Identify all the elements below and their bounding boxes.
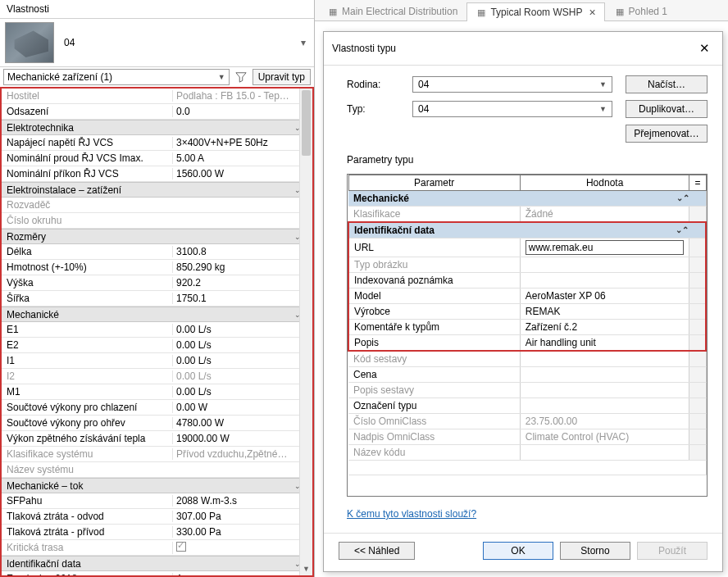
property-value[interactable]: 920.2 (172, 277, 312, 288)
param-value[interactable]: Žádné (520, 207, 689, 223)
param-value[interactable] (520, 273, 689, 288)
property-value[interactable]: Ano (172, 573, 312, 575)
property-row[interactable]: Součtové výkony pro ohřev4780.00 W (2, 416, 312, 431)
property-value[interactable]: Podlaha : FB 15.0 - Tep… (172, 90, 312, 102)
param-row[interactable]: Nadpis OmniClassClimate Control (HVAC) (348, 429, 706, 445)
property-row[interactable]: Nominální proud ŘJ VCS Imax.5.00 A (2, 151, 312, 166)
property-row[interactable]: I10.00 L/s (2, 353, 312, 369)
property-value[interactable]: 850.290 kg (172, 261, 312, 273)
edit-type-button[interactable]: Upravit typ (253, 69, 311, 85)
param-row[interactable]: ModelAeroMaster XP 06 (348, 288, 706, 304)
view-tab[interactable]: ▦Typical Room WSHP× (466, 2, 604, 21)
type-selector[interactable]: 04 ▾ (0, 19, 314, 67)
url-input[interactable] (526, 240, 685, 255)
type-select[interactable]: 04 ▼ (412, 101, 612, 117)
view-tab[interactable]: ▦Pohled 1 (605, 2, 676, 20)
property-value[interactable]: 0.00 L/s (172, 386, 312, 398)
property-value[interactable] (172, 542, 312, 554)
param-value[interactable] (520, 351, 689, 367)
param-value[interactable] (520, 257, 689, 273)
param-row[interactable]: Označení typu (348, 398, 706, 414)
param-row[interactable]: Kód sestavy (348, 351, 706, 367)
view-tab[interactable]: ▦Main Electrical Distribution (318, 2, 466, 20)
param-group-header[interactable]: Mechanické⌄⌃ (348, 191, 706, 207)
property-row[interactable]: Ecodesign 2018Ano (2, 571, 312, 575)
rename-button[interactable]: Přejmenovat… (626, 125, 708, 143)
property-row[interactable]: Tlaková ztráta - přívod330.00 Pa (2, 525, 312, 540)
property-row[interactable]: Šířka1750.1 (2, 291, 312, 307)
property-value[interactable]: 1560.00 W (172, 168, 312, 179)
property-row[interactable]: E10.00 L/s (2, 322, 312, 338)
column-value[interactable]: Hodnota (520, 175, 689, 191)
property-value[interactable]: 19000.00 W (172, 433, 312, 444)
param-value[interactable] (520, 239, 689, 257)
param-value[interactable]: REMAK (520, 304, 689, 320)
property-value[interactable]: 0.00 L/s (172, 339, 312, 351)
param-value[interactable] (520, 398, 689, 414)
property-value[interactable]: 330.00 Pa (172, 526, 312, 538)
property-value[interactable]: 0.0 (172, 106, 312, 117)
param-value[interactable] (520, 445, 689, 461)
param-row[interactable]: Název kódu (348, 445, 706, 461)
param-row[interactable]: PopisAir handling unit (348, 335, 706, 352)
param-value[interactable]: 23.75.00.00 (520, 414, 689, 429)
param-group-header[interactable]: Identifikační data⌄⌃ (348, 222, 706, 239)
param-row[interactable]: Cena (348, 367, 706, 383)
param-row[interactable]: KlasifikaceŽádné (348, 207, 706, 223)
param-row[interactable]: Popis sestavy (348, 383, 706, 398)
property-row[interactable]: Výška920.2 (2, 275, 312, 291)
property-group-header[interactable]: Mechanické – tok⌄⌃ (2, 478, 312, 493)
column-equals[interactable]: = (689, 175, 706, 191)
property-row[interactable]: SFPahu2088 W.m-3.s (2, 493, 312, 509)
property-value[interactable]: 0.00 L/s (172, 355, 312, 366)
selection-filter-combo[interactable]: Mechanické zařízení (1) ▼ (3, 69, 230, 85)
property-row[interactable]: Rozvaděč (2, 198, 312, 213)
property-value[interactable]: 307.00 Pa (172, 511, 312, 522)
property-row[interactable]: Délka3100.8 (2, 244, 312, 260)
property-value[interactable]: 0.00 L/s (172, 370, 312, 382)
property-value[interactable]: 3100.8 (172, 246, 312, 257)
param-value[interactable]: Zařízení č.2 (520, 320, 689, 335)
close-icon[interactable]: ✕ (694, 39, 714, 58)
property-row[interactable]: E20.00 L/s (2, 338, 312, 353)
property-group-header[interactable]: Mechanické⌄⌃ (2, 307, 312, 322)
property-value[interactable]: 0.00 W (172, 402, 312, 413)
property-row[interactable]: Číslo okruhu (2, 213, 312, 229)
checkbox-icon[interactable] (176, 542, 186, 552)
param-row[interactable]: URL (348, 239, 706, 257)
property-row[interactable]: Klasifikace systémuPřívod vzduchu,Zpětné… (2, 447, 312, 462)
preview-button[interactable]: << Náhled (339, 542, 415, 560)
property-group-header[interactable]: Elektrotechnika⌄⌃ (2, 120, 312, 135)
property-value[interactable]: 5.00 A (172, 152, 312, 164)
property-row[interactable]: Nominální příkon ŘJ VCS1560.00 W (2, 166, 312, 182)
scrollbar-thumb[interactable] (302, 90, 311, 156)
property-row[interactable]: Název systému (2, 462, 312, 478)
property-value[interactable]: 0.00 L/s (172, 324, 312, 335)
property-value[interactable]: 1750.1 (172, 293, 312, 304)
property-row[interactable]: HostitelPodlaha : FB 15.0 - Tep… (2, 89, 312, 104)
property-group-header[interactable]: Rozměry⌄⌃ (2, 229, 312, 244)
property-row[interactable]: Napájecí napětí ŘJ VCS3×400V+N+PE 50Hz (2, 135, 312, 151)
param-value[interactable]: Climate Control (HVAC) (520, 429, 689, 445)
expand-icon[interactable]: ⌄⌃ (676, 193, 689, 202)
tab-close-icon[interactable]: × (589, 7, 595, 18)
param-row[interactable]: Číslo OmniClass23.75.00.00 (348, 414, 706, 429)
property-row[interactable]: Odsazení0.0 (2, 104, 312, 120)
property-value[interactable]: 2088 W.m-3.s (172, 495, 312, 507)
chevron-down-icon[interactable]: ▾ (298, 37, 309, 48)
property-group-header[interactable]: Elektroinstalace – zatížení⌄⌃ (2, 182, 312, 198)
duplicate-button[interactable]: Duplikovat… (626, 100, 708, 118)
property-row[interactable]: Součtové výkony pro chlazení0.00 W (2, 400, 312, 416)
property-row[interactable]: Tlaková ztráta - odvod307.00 Pa (2, 509, 312, 525)
param-row[interactable]: Komentáře k typůmZařízení č.2 (348, 320, 706, 335)
family-select[interactable]: 04 ▼ (412, 76, 612, 93)
property-row[interactable]: I20.00 L/s (2, 369, 312, 384)
param-row[interactable]: Indexovaná poznámka (348, 273, 706, 288)
ok-button[interactable]: OK (483, 542, 553, 560)
property-group-header[interactable]: Identifikační data⌄⌃ (2, 556, 312, 571)
param-value[interactable]: AeroMaster XP 06 (520, 288, 689, 304)
property-row[interactable]: Kritická trasa (2, 540, 312, 556)
filter-icon[interactable] (233, 69, 249, 85)
property-row[interactable]: Výkon zpětného získávání tepla19000.00 W (2, 431, 312, 447)
param-value[interactable] (520, 383, 689, 398)
